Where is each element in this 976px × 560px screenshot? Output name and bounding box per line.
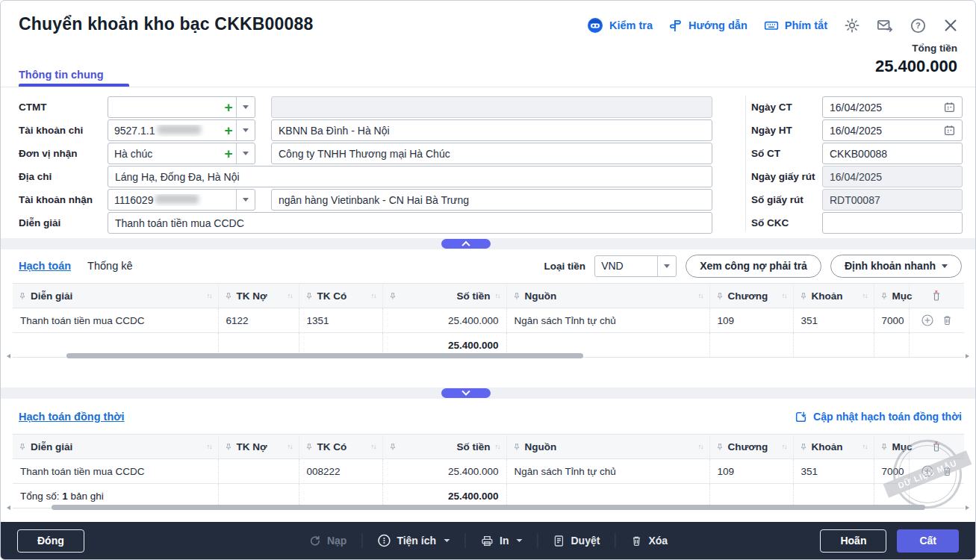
- hach-toan-dong-thoi-link[interactable]: Hạch toán đồng thời: [19, 411, 125, 423]
- delete-all-rows-icon[interactable]: ×: [930, 290, 942, 302]
- horizontal-scrollbar[interactable]: [7, 353, 969, 359]
- pin-icon[interactable]: [305, 292, 313, 300]
- scrollbar-thumb[interactable]: [52, 505, 925, 510]
- calendar-icon[interactable]: [944, 125, 955, 136]
- horizontal-scrollbar[interactable]: [7, 505, 969, 511]
- ngay-ct-label: Ngày CT: [751, 102, 822, 113]
- reload-button[interactable]: Nạp: [308, 535, 346, 547]
- don-vi-nhan-combobox[interactable]: Hà chúc +: [108, 143, 255, 164]
- pin-icon[interactable]: [880, 443, 888, 451]
- xem-cong-no-button[interactable]: Xem công nợ phải trả: [686, 255, 821, 278]
- trash-icon[interactable]: [942, 314, 953, 326]
- printer-icon: [480, 535, 494, 547]
- tai-khoan-chi-name-field[interactable]: KBNN Ba Đình - Hà Nội: [271, 119, 712, 141]
- pin-icon[interactable]: [225, 292, 232, 300]
- so-ct-input[interactable]: CKKB00088: [822, 143, 963, 164]
- collapse-up-button[interactable]: [441, 239, 491, 249]
- guide-button[interactable]: Hướng dẫn: [669, 19, 747, 32]
- calendar-icon[interactable]: [944, 102, 955, 113]
- sort-arrows-icon[interactable]: ↑↓: [495, 443, 500, 450]
- don-vi-nhan-add-icon[interactable]: +: [221, 144, 236, 164]
- utilities-button[interactable]: Tiện ích: [377, 534, 450, 547]
- sort-arrows-icon[interactable]: ↑↓: [698, 443, 703, 450]
- close-icon[interactable]: [942, 17, 959, 34]
- sort-arrows-icon[interactable]: ↑↓: [371, 443, 376, 450]
- ctmt-combobox[interactable]: +: [108, 96, 255, 118]
- pin-icon[interactable]: [389, 292, 397, 300]
- sort-arrows-icon[interactable]: ↑↓: [207, 292, 212, 299]
- dien-giai-input[interactable]: Thanh toán tiền mua CCDC: [108, 212, 712, 234]
- sort-arrows-icon[interactable]: ↑↓: [782, 443, 787, 450]
- scroll-right-icon[interactable]: [966, 505, 969, 510]
- pin-icon[interactable]: [389, 443, 397, 451]
- tai-khoan-chi-dropdown-icon[interactable]: [236, 120, 255, 140]
- ngay-ct-datepicker[interactable]: 16/04/2025: [822, 96, 963, 118]
- circle-plus-icon[interactable]: [921, 314, 934, 327]
- sort-arrows-icon[interactable]: ↑↓: [862, 443, 868, 450]
- scrollbar-thumb[interactable]: [66, 353, 583, 358]
- approve-button[interactable]: Duyệt: [553, 535, 600, 547]
- pin-icon[interactable]: [305, 443, 313, 451]
- scroll-left-icon[interactable]: [7, 505, 10, 510]
- currency-select[interactable]: VND: [594, 255, 677, 277]
- pin-icon[interactable]: [19, 292, 26, 300]
- tai-khoan-chi-combobox[interactable]: 9527.1.1 +: [108, 119, 255, 141]
- pin-icon[interactable]: [880, 292, 888, 300]
- tab-hach-toan[interactable]: Hạch toán: [19, 260, 71, 272]
- update-simultaneous-link[interactable]: Cập nhật hạch toán đồng thời: [795, 411, 962, 423]
- scroll-left-icon[interactable]: [7, 354, 10, 358]
- sort-arrows-icon[interactable]: ↑↓: [371, 292, 376, 299]
- close-button[interactable]: Đóng: [17, 529, 84, 553]
- pin-icon[interactable]: [716, 443, 724, 451]
- so-ckc-input[interactable]: [822, 212, 963, 234]
- tai-khoan-nhan-name-field[interactable]: ngân hàng Vietinbank - CN Hai Bà Trưng: [271, 189, 712, 211]
- sort-arrows-icon[interactable]: ↑↓: [862, 292, 868, 299]
- tai-khoan-chi-add-icon[interactable]: +: [221, 121, 236, 140]
- postpone-button[interactable]: Hoãn: [820, 529, 886, 553]
- sort-arrows-icon[interactable]: ↑↓: [782, 292, 787, 299]
- dinh-khoan-nhanh-button[interactable]: Định khoản nhanh: [830, 255, 962, 278]
- svg-text:?: ?: [916, 21, 921, 30]
- sort-arrows-icon[interactable]: ↑↓: [207, 443, 212, 450]
- save-button[interactable]: Cất: [897, 529, 959, 553]
- pin-icon[interactable]: [225, 443, 232, 451]
- collapse-down-button[interactable]: [441, 388, 491, 398]
- check-button[interactable]: Kiểm tra: [587, 17, 653, 34]
- tai-khoan-nhan-combobox[interactable]: 1116029: [108, 189, 255, 211]
- gear-icon[interactable]: [844, 17, 860, 34]
- shortcut-button[interactable]: Phím tắt: [764, 19, 827, 32]
- tai-khoan-nhan-dropdown-icon[interactable]: [236, 190, 255, 210]
- tab-thong-ke[interactable]: Thống kê: [87, 260, 132, 272]
- sort-arrows-icon[interactable]: ↑↓: [287, 443, 293, 450]
- circle-plus-icon[interactable]: [921, 464, 934, 478]
- redacted-account-digits: [155, 194, 199, 204]
- ctmt-add-icon[interactable]: +: [221, 98, 236, 117]
- question-circle-icon[interactable]: ?: [910, 17, 926, 34]
- ngay-giay-rut-label: Ngày giấy rút: [751, 171, 822, 182]
- scroll-right-icon[interactable]: [966, 354, 969, 358]
- pin-icon[interactable]: [716, 292, 724, 300]
- delete-button[interactable]: Xóa: [630, 535, 668, 547]
- table-row[interactable]: Thanh toán tiền mua CCDC 008222 25.400.0…: [13, 459, 964, 484]
- pin-icon[interactable]: [513, 443, 520, 451]
- table-row[interactable]: Thanh toán tiền mua CCDC 6122 1351 25.40…: [13, 308, 964, 333]
- pin-icon[interactable]: [19, 443, 26, 451]
- trash-icon[interactable]: [942, 465, 953, 477]
- don-vi-nhan-dropdown-icon[interactable]: [236, 143, 255, 164]
- so-ct-label: Số CT: [751, 148, 822, 159]
- pin-icon[interactable]: [513, 292, 520, 300]
- mail-send-icon[interactable]: [877, 17, 893, 34]
- sort-arrows-icon[interactable]: ↑↓: [495, 292, 500, 299]
- sort-arrows-icon[interactable]: ↑↓: [698, 292, 703, 299]
- don-vi-nhan-name-field[interactable]: Công ty TNHH Thương mại Hà Chúc: [271, 143, 712, 164]
- pin-icon[interactable]: [800, 292, 807, 300]
- ngay-ht-datepicker[interactable]: 16/04/2025: [822, 119, 963, 141]
- tab-thong-tin-chung[interactable]: Thông tin chung: [19, 69, 104, 81]
- ctmt-dropdown-icon[interactable]: [236, 97, 255, 117]
- print-button[interactable]: In: [480, 535, 522, 547]
- delete-all-rows-icon[interactable]: ×: [930, 441, 942, 452]
- dia-chi-input[interactable]: Láng Hạ, Đống Đa, Hà Nội: [108, 166, 712, 187]
- sort-arrows-icon[interactable]: ↑↓: [287, 292, 293, 299]
- circle-dots-icon: [377, 534, 391, 547]
- pin-icon[interactable]: [800, 443, 807, 451]
